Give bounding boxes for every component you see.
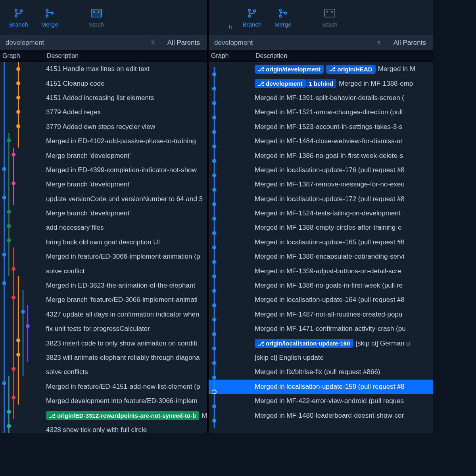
commit-row[interactable]: Merge branch 'development' [0, 206, 207, 221]
commit-message: Merged in ED-4102-add-passive-phase-to-t… [46, 137, 196, 145]
commit-row[interactable]: 3823 will animate elephant reliably thro… [0, 351, 207, 365]
description-column-header[interactable]: Description [253, 52, 287, 60]
commit-row[interactable]: Merged in MF-1480-leaderboard-doesnt-sho… [209, 408, 433, 422]
commit-message: Merged in feature/ED-3066-implement-anim… [46, 253, 200, 261]
svg-point-42 [248, 15, 250, 17]
branch-tag[interactable]: ⎇origin/ED-3312-rewardpoints-are-not-syn… [46, 411, 199, 420]
commit-row[interactable]: Merged in ED-3823-the-animation-of-the-e… [0, 278, 207, 293]
commit-row[interactable]: fix unit tests for progressCalculator [0, 322, 207, 336]
commit-description: 3779 Added regex [44, 108, 207, 116]
commit-row[interactable]: ⎇origin/localisation-update-160[skip ci]… [209, 336, 433, 350]
commit-message: M [202, 412, 207, 420]
commit-row[interactable]: 3779 Added own steps recycler view [0, 120, 207, 134]
branch-dropdown[interactable]: development ⇅ [209, 39, 386, 47]
merge-button[interactable]: Merge [272, 8, 294, 28]
parents-filter[interactable]: All Parents [386, 39, 433, 47]
commit-row[interactable]: Merged in localisation-update-172 (pull … [209, 192, 433, 206]
stash-button[interactable]: Stash [319, 8, 340, 28]
commit-message: update versionCode and versionNumber to … [46, 195, 203, 203]
commit-row[interactable]: 4151 Cleanup code [0, 76, 207, 90]
commit-row[interactable]: Merge branch 'development' [0, 177, 207, 192]
commit-row[interactable]: Merged in fix/bitrise-fix (pull request … [209, 365, 433, 379]
commit-row[interactable]: Merged in MF-1359-adjust-buttons-on-deta… [209, 264, 433, 278]
commit-row[interactable]: Merged in MF-1484-close-webview-for-dism… [209, 134, 433, 148]
branch-tag-label: origin/HEAD [337, 66, 372, 73]
commit-row[interactable]: add necessary files [0, 221, 207, 235]
branch-tag[interactable]: ⎇development [255, 79, 306, 88]
branch-button[interactable]: Branch [241, 8, 263, 28]
commit-row[interactable]: Merged in MF-1391-split-behavior-details… [209, 91, 433, 105]
commit-message: Merged in MF-1386-no-goals-in-first-week… [255, 282, 403, 290]
commit-description: Merged in localisation-update-159 (pull … [253, 383, 433, 391]
stash-icon [91, 8, 102, 19]
merge-button[interactable]: Merge [39, 8, 60, 28]
commit-message: add necessary files [46, 224, 104, 232]
commit-description: Merged in MF-422-error-view-android (pul… [253, 397, 433, 405]
commit-message: Merged in MF-1359-adjust-buttons-on-deta… [255, 267, 401, 275]
commit-row[interactable]: Merged in MF-1387-remove-message-for-no-… [209, 177, 433, 192]
commit-row[interactable]: 4151 Handle max lines on edit text [0, 62, 207, 76]
commit-description: fix unit tests for progressCalculator [44, 325, 207, 333]
commit-row[interactable]: Merged in ED-4102-add-passive-phase-to-t… [0, 134, 207, 148]
stash-label: Stash [322, 21, 337, 28]
commit-row[interactable]: ⎇origin/development⎇origin/HEADMerged in… [209, 62, 433, 76]
commit-row[interactable]: Merged in MF-1524-tests-failing-on-devel… [209, 206, 433, 221]
graph-column-header[interactable]: Graph [0, 52, 44, 60]
commit-message: solve conflicts [46, 368, 88, 376]
commit-row[interactable]: Merged in MF-1380-encapsulate-cobranding… [209, 250, 433, 264]
commit-row[interactable]: 3779 Added regex [0, 105, 207, 119]
commit-row[interactable]: Merged in MF-1386-no-goal-in-first-week-… [209, 148, 433, 163]
commit-row[interactable]: 4328 show tick only with full circle [0, 423, 207, 433]
commit-row[interactable]: Merged development into feature/ED-3066-… [0, 394, 207, 408]
commit-row[interactable]: Merged in localisation-update-159 (pull … [209, 380, 433, 394]
commit-row[interactable]: Merged in feature/ED-3066-implement-anim… [0, 250, 207, 264]
commit-row[interactable]: Merged in MF-1487-not-all-routines-creat… [209, 307, 433, 322]
commit-description: ⎇origin/ED-3312-rewardpoints-are-not-syn… [44, 411, 207, 420]
commit-row[interactable]: Merged in localisation-update-164 (pull … [209, 293, 433, 307]
branch-tag-label: development [266, 80, 303, 87]
commit-description: Merge branch 'development' [44, 152, 207, 160]
commit-message: Merged in localisation-update-172 (pull … [255, 195, 405, 203]
commit-row[interactable]: Merged in MF-1523-account-in-settings-ta… [209, 120, 433, 134]
commit-description: Merged in MF-1386-no-goal-in-first-week-… [253, 152, 433, 160]
graph-column-header[interactable]: Graph [209, 52, 253, 60]
branch-label: Branch [243, 21, 262, 28]
commit-description: Merged in localisation-update-164 (pull … [253, 296, 433, 304]
commit-row[interactable]: Merged in localisation-update-176 (pull … [209, 163, 433, 177]
commit-row[interactable]: Merged in localisation-update-165 (pull … [209, 235, 433, 250]
branch-tag[interactable]: ⎇origin/development [255, 65, 324, 74]
commit-row[interactable]: 4151 Added increasing list elements [0, 91, 207, 105]
commit-row[interactable]: ⎇origin/ED-3312-rewardpoints-are-not-syn… [0, 408, 207, 422]
commit-row[interactable]: Merged in MF-1521-arrow-changes-directio… [209, 105, 433, 119]
branch-icon: ⎇ [258, 81, 264, 87]
commit-description: 4151 Added increasing list elements [44, 94, 207, 102]
commit-message: Merge branch 'development' [46, 180, 131, 188]
branch-button[interactable]: Branch [8, 8, 29, 28]
commit-row[interactable]: update versionCode and versionNumber to … [0, 192, 207, 206]
commit-row[interactable]: [skip ci] English update [209, 351, 433, 365]
commit-row[interactable]: Merged in MF-1471-confirmation-activity-… [209, 322, 433, 336]
commit-row[interactable]: solve conflict [0, 264, 207, 278]
commit-row[interactable]: Merged in MF-1386-no-goals-in-first-week… [209, 278, 433, 293]
commit-row[interactable]: 3823 insert code to only show animaiton … [0, 336, 207, 350]
branch-dropdown[interactable]: development ⇅ [0, 39, 160, 47]
svg-point-4 [46, 15, 48, 17]
commit-row[interactable]: Merged in feature/ED-4151-add-new-list-e… [0, 380, 207, 394]
branch-tag[interactable]: ⎇origin/HEAD [326, 65, 375, 74]
commit-row[interactable]: Merged in ED-4399-completion-indicator-n… [0, 163, 207, 177]
branch-icon: ⎇ [258, 66, 264, 72]
commit-row[interactable]: solve conflicts [0, 365, 207, 379]
commit-row[interactable]: bring back old own goal description UI [0, 235, 207, 250]
commit-row[interactable]: Merged in MF-1388-empty-circles-after-tr… [209, 221, 433, 235]
commit-description: 3779 Added own steps recycler view [44, 123, 207, 131]
commit-description: Merged in MF-1388-empty-circles-after-tr… [253, 224, 433, 232]
commit-row[interactable]: Merge branch 'development' [0, 148, 207, 163]
commit-row[interactable]: 4327 update all days in confirmation ind… [0, 307, 207, 322]
branch-tag[interactable]: ⎇origin/localisation-update-160 [255, 339, 353, 348]
commit-row[interactable]: Merged in MF-422-error-view-android (pul… [209, 394, 433, 408]
parents-filter[interactable]: All Parents [160, 39, 207, 47]
description-column-header[interactable]: Description [44, 52, 79, 60]
commit-row[interactable]: Merge branch 'feature/ED-3066-implement-… [0, 293, 207, 307]
commit-row[interactable]: ⎇development1 behindMerged in MF-1388-em… [209, 76, 433, 90]
stash-button[interactable]: Stash [86, 8, 107, 28]
